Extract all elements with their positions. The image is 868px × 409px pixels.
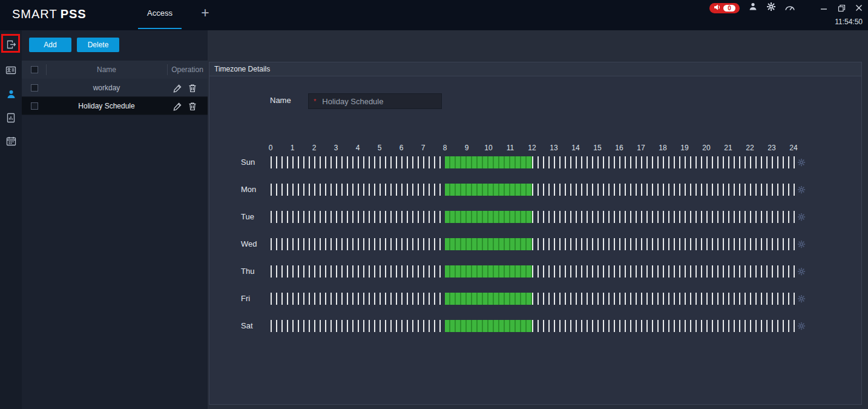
row-settings-gear-icon[interactable] — [797, 294, 806, 304]
timeline-ticks[interactable] — [271, 156, 795, 168]
hour-label: 17 — [637, 144, 645, 152]
restore-button[interactable] — [837, 4, 846, 12]
tab-access[interactable]: Access — [138, 0, 182, 29]
logo-text-smart: SMART — [12, 7, 58, 21]
hour-label: 16 — [615, 144, 623, 152]
close-button[interactable] — [855, 4, 863, 12]
panel-title: Timezone Details — [209, 62, 861, 76]
sidebar-item-user-active[interactable] — [0, 84, 22, 104]
timezone-name: Holiday Schedule — [46, 97, 167, 115]
delete-button[interactable]: Delete — [77, 38, 119, 52]
sidebar-item-report[interactable] — [0, 107, 22, 128]
timezone-name: workday — [46, 79, 167, 97]
hour-label: 4 — [356, 144, 360, 152]
red-highlight-box — [1, 34, 20, 53]
hour-label: 19 — [680, 144, 688, 152]
hour-label: 12 — [528, 144, 536, 152]
logo-text-pss: PSS — [61, 7, 87, 21]
delete-trash-icon[interactable] — [188, 101, 197, 111]
sidebar-item-id-card[interactable] — [0, 60, 22, 81]
hour-label: 24 — [789, 144, 797, 152]
row-settings-gear-icon[interactable] — [797, 267, 806, 276]
alarm-notification-badge[interactable]: 0 — [709, 3, 740, 13]
timeline-day-row: Tue — [209, 211, 861, 223]
hour-label: 13 — [550, 144, 557, 152]
day-label: Thu — [241, 265, 254, 278]
row-settings-gear-icon[interactable] — [797, 158, 806, 167]
row-settings-gear-icon[interactable] — [797, 213, 806, 222]
hour-label: 6 — [399, 144, 404, 152]
timeline-ticks[interactable] — [271, 265, 795, 278]
smartpss-window: SMARTPSS Access + 0 — [0, 0, 868, 409]
day-label: Mon — [241, 184, 256, 196]
timeline-ticks[interactable] — [271, 293, 795, 305]
schedule-period-bar[interactable] — [445, 184, 532, 196]
table-row[interactable]: workday — [22, 79, 208, 97]
new-tab-button[interactable]: + — [197, 5, 213, 21]
hour-label: 5 — [378, 144, 382, 152]
day-label: Tue — [241, 211, 254, 223]
timeline-ticks[interactable] — [271, 184, 795, 196]
row-checkbox[interactable] — [31, 84, 38, 91]
timeline-ticks[interactable] — [271, 238, 795, 250]
timezone-table: Name Operation workday Holiday Schedule — [22, 61, 208, 115]
hour-label: 2 — [312, 144, 317, 152]
timezone-details-panel: Timezone Details Name * Holiday Schedule… — [209, 62, 862, 405]
hour-label: 0 — [269, 144, 273, 152]
hour-label: 15 — [593, 144, 601, 152]
row-settings-gear-icon[interactable] — [797, 240, 806, 249]
name-input-value: Holiday Schedule — [322, 97, 383, 106]
timeline-day-row: Fri — [209, 293, 861, 305]
schedule-period-bar[interactable] — [445, 320, 532, 332]
speaker-icon — [714, 2, 721, 13]
module-sidebar — [0, 30, 22, 409]
hour-label: 9 — [465, 144, 469, 152]
hour-label: 20 — [702, 144, 710, 152]
required-marker: * — [314, 98, 316, 105]
column-header-name: Name — [46, 61, 167, 79]
hour-labels: 0123456789101112131415161718192021222324 — [209, 144, 861, 153]
timeline-day-row: Wed — [209, 238, 861, 250]
app-logo: SMARTPSS — [12, 7, 87, 21]
hour-label: 3 — [334, 144, 338, 152]
title-bar: SMARTPSS Access + 0 — [0, 0, 868, 30]
edit-pencil-icon[interactable] — [173, 83, 182, 93]
timezone-list-panel: Add Delete Name Operation workday — [22, 30, 208, 409]
edit-pencil-icon[interactable] — [173, 101, 182, 111]
hour-label: 23 — [768, 144, 775, 152]
performance-gauge-icon[interactable] — [784, 2, 795, 14]
schedule-period-bar[interactable] — [445, 293, 532, 305]
hour-label: 10 — [484, 144, 492, 152]
hour-label: 18 — [659, 144, 666, 152]
add-button[interactable]: Add — [29, 38, 71, 52]
name-input[interactable]: * Holiday Schedule — [308, 93, 442, 109]
hour-label: 7 — [421, 144, 426, 152]
hour-label: 21 — [724, 144, 732, 152]
table-header: Name Operation — [22, 61, 208, 79]
hour-label: 11 — [507, 144, 514, 152]
clock: 11:54:50 — [835, 18, 863, 26]
timeline-day-row: Mon — [209, 184, 861, 196]
day-label: Sat — [241, 320, 253, 332]
timeline-ticks[interactable] — [271, 211, 795, 223]
timeline-ticks[interactable] — [271, 320, 795, 332]
select-all-checkbox[interactable] — [31, 66, 38, 73]
hour-label: 8 — [443, 144, 447, 152]
schedule-period-bar[interactable] — [445, 265, 532, 278]
row-checkbox[interactable] — [31, 102, 38, 110]
schedule-period-bar[interactable] — [445, 211, 532, 223]
hour-label: 1 — [291, 144, 295, 152]
column-header-operation: Operation — [167, 61, 208, 79]
settings-gear-icon[interactable] — [766, 2, 776, 14]
user-account-icon[interactable] — [748, 2, 758, 14]
minimize-button[interactable] — [820, 4, 828, 12]
timeline-day-row: Sun — [209, 156, 861, 168]
row-settings-gear-icon[interactable] — [797, 322, 806, 331]
table-row-selected[interactable]: Holiday Schedule — [22, 97, 208, 115]
row-settings-gear-icon[interactable] — [797, 185, 806, 195]
schedule-period-bar[interactable] — [445, 156, 532, 168]
day-label: Sun — [241, 156, 255, 168]
delete-trash-icon[interactable] — [188, 83, 197, 93]
schedule-period-bar[interactable] — [445, 238, 532, 250]
sidebar-item-calendar[interactable] — [0, 131, 22, 151]
